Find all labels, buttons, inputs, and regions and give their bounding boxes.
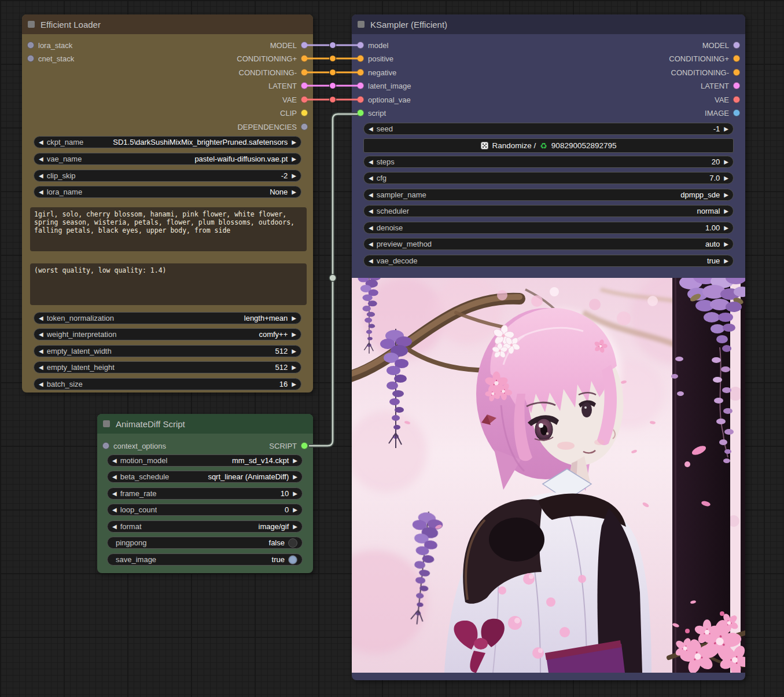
right-arrow-icon[interactable]: ▶: [724, 159, 728, 165]
input-slot-model[interactable]: model: [357, 41, 388, 50]
output-slot-conditioning-minus[interactable]: CONDITIONING-: [239, 68, 308, 77]
node-header-animatediff[interactable]: AnimateDiff Script: [97, 414, 313, 434]
right-arrow-icon[interactable]: ▶: [292, 365, 296, 370]
node-graph-canvas[interactable]: Efficient Loader lora_stack cnet_stack M…: [0, 0, 784, 697]
widget-sampler-name[interactable]: ◀ sampler_name dpmpp_sde ▶: [363, 189, 734, 201]
slot-dot[interactable]: [733, 55, 740, 62]
right-arrow-icon[interactable]: ▶: [292, 332, 296, 338]
slot-dot[interactable]: [301, 109, 308, 116]
left-arrow-icon[interactable]: ◀: [112, 524, 117, 530]
right-arrow-icon[interactable]: ▶: [292, 140, 296, 145]
node-header-efficient-loader[interactable]: Efficient Loader: [22, 14, 313, 34]
slot-dot[interactable]: [301, 123, 308, 130]
output-slot-model[interactable]: MODEL: [270, 41, 308, 50]
right-arrow-icon[interactable]: ▶: [724, 258, 728, 264]
widget-steps[interactable]: ◀ steps 20 ▶: [363, 156, 734, 168]
node-efficient-loader[interactable]: Efficient Loader lora_stack cnet_stack M…: [22, 14, 313, 392]
right-arrow-icon[interactable]: ▶: [292, 348, 296, 354]
collapse-icon[interactable]: [358, 21, 365, 28]
slot-dot[interactable]: [733, 109, 740, 116]
output-slot-image[interactable]: IMAGE: [705, 108, 740, 118]
output-slot-conditioning-minus[interactable]: CONDITIONING-: [671, 68, 740, 77]
slot-dot[interactable]: [102, 442, 109, 449]
input-slot-lora-stack[interactable]: lora_stack: [27, 41, 72, 50]
input-slot-latent-image[interactable]: latent_image: [357, 81, 411, 90]
left-arrow-icon[interactable]: ◀: [39, 316, 43, 321]
widget-frame-rate[interactable]: ◀ frame_rate 10 ▶: [107, 487, 303, 500]
positive-prompt-textarea[interactable]: 1girl, solo, cherry blossom, hanami, pin…: [30, 207, 307, 251]
left-arrow-icon[interactable]: ◀: [112, 507, 117, 513]
slot-dot[interactable]: [357, 96, 364, 103]
left-arrow-icon[interactable]: ◀: [369, 126, 373, 132]
left-arrow-icon[interactable]: ◀: [112, 491, 117, 497]
widget-lora-name[interactable]: ◀ lora_name None ▶: [34, 186, 301, 198]
widget-empty-latent-height[interactable]: ◀ empty_latent_height 512 ▶: [34, 361, 301, 373]
toggle-knob[interactable]: [288, 555, 297, 564]
output-slot-latent[interactable]: LATENT: [701, 81, 740, 90]
right-arrow-icon[interactable]: ▶: [292, 381, 296, 387]
input-slot-negative[interactable]: negative: [357, 68, 396, 77]
negative-prompt-textarea[interactable]: (worst quality, low quality: 1.4): [30, 263, 307, 305]
input-slot-positive[interactable]: positive: [357, 54, 393, 63]
right-arrow-icon[interactable]: ▶: [293, 474, 297, 480]
randomize-seed-button[interactable]: Randomize / ♻ 908290052892795: [363, 138, 734, 153]
widget-empty-latent-width[interactable]: ◀ empty_latent_width 512 ▶: [34, 345, 301, 357]
slot-dot[interactable]: [27, 42, 34, 49]
widget-ckpt-name[interactable]: ◀ ckpt_name SD1.5\darkSushiMixMix_bright…: [34, 136, 301, 148]
output-slot-vae[interactable]: VAE: [715, 95, 740, 104]
slot-dot[interactable]: [301, 55, 308, 62]
slot-dot[interactable]: [357, 109, 364, 116]
right-arrow-icon[interactable]: ▶: [293, 458, 297, 464]
left-arrow-icon[interactable]: ◀: [39, 365, 43, 370]
left-arrow-icon[interactable]: ◀: [369, 225, 373, 231]
slot-dot[interactable]: [301, 69, 308, 76]
slot-dot[interactable]: [301, 442, 308, 449]
slot-dot[interactable]: [357, 69, 364, 76]
collapse-icon[interactable]: [103, 420, 110, 427]
widget-denoise[interactable]: ◀ denoise 1.00 ▶: [363, 222, 734, 234]
left-arrow-icon[interactable]: ◀: [112, 458, 117, 464]
widget-loop-count[interactable]: ◀ loop_count 0 ▶: [107, 504, 303, 516]
output-slot-script[interactable]: SCRIPT: [269, 441, 308, 450]
slot-dot[interactable]: [733, 96, 740, 103]
toggle-save-image[interactable]: save_image true: [107, 553, 303, 566]
slot-dot[interactable]: [27, 55, 34, 62]
left-arrow-icon[interactable]: ◀: [369, 241, 373, 247]
right-arrow-icon[interactable]: ▶: [724, 175, 728, 181]
left-arrow-icon[interactable]: ◀: [39, 381, 43, 387]
right-arrow-icon[interactable]: ▶: [293, 524, 297, 530]
right-arrow-icon[interactable]: ▶: [724, 225, 728, 231]
left-arrow-icon[interactable]: ◀: [39, 348, 43, 354]
left-arrow-icon[interactable]: ◀: [112, 474, 117, 480]
right-arrow-icon[interactable]: ▶: [292, 189, 296, 195]
left-arrow-icon[interactable]: ◀: [39, 173, 43, 179]
input-slot-optional-vae[interactable]: optional_vae: [357, 95, 411, 104]
widget-token-normalization[interactable]: ◀ token_normalization length+mean ▶: [34, 312, 301, 324]
left-arrow-icon[interactable]: ◀: [369, 159, 373, 165]
output-slot-conditioning-plus[interactable]: CONDITIONING+: [669, 54, 740, 63]
slot-dot[interactable]: [357, 42, 364, 49]
node-ksampler-efficient[interactable]: KSampler (Efficient) model positive nega…: [352, 14, 745, 680]
widget-vae-name[interactable]: ◀ vae_name pastel-waifu-diffusion.vae.pt…: [34, 153, 301, 165]
slot-dot[interactable]: [301, 82, 308, 89]
node-header-ksampler[interactable]: KSampler (Efficient): [352, 14, 745, 34]
input-slot-cnet-stack[interactable]: cnet_stack: [27, 54, 74, 63]
right-arrow-icon[interactable]: ▶: [292, 156, 296, 162]
slot-dot[interactable]: [357, 55, 364, 62]
right-arrow-icon[interactable]: ▶: [292, 173, 296, 179]
collapse-icon[interactable]: [28, 21, 35, 28]
input-slot-script[interactable]: script: [357, 108, 386, 118]
output-slot-vae[interactable]: VAE: [282, 95, 308, 104]
widget-format[interactable]: ◀ format image/gif ▶: [107, 520, 303, 533]
output-slot-model[interactable]: MODEL: [702, 41, 740, 50]
input-slot-context-options[interactable]: context_options: [102, 441, 166, 450]
widget-scheduler[interactable]: ◀ scheduler normal ▶: [363, 205, 734, 217]
slot-dot[interactable]: [301, 42, 308, 49]
left-arrow-icon[interactable]: ◀: [39, 156, 43, 162]
slot-dot[interactable]: [357, 82, 364, 89]
left-arrow-icon[interactable]: ◀: [369, 258, 373, 264]
right-arrow-icon[interactable]: ▶: [293, 491, 297, 497]
widget-preview-method[interactable]: ◀ preview_method auto ▶: [363, 238, 734, 250]
toggle-pingpong[interactable]: pingpong false: [107, 537, 303, 549]
output-slot-latent[interactable]: LATENT: [268, 81, 308, 90]
